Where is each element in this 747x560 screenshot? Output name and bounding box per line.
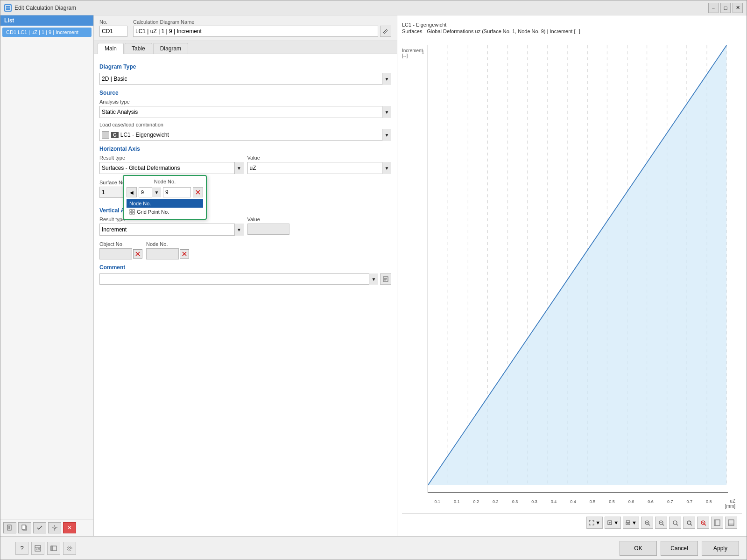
chart-view-btn1[interactable] bbox=[711, 517, 723, 529]
y-tick-1: 1 bbox=[422, 50, 424, 55]
name-block: Calculation Diagram Name bbox=[133, 19, 391, 37]
diagram-type-select-wrapper: 2D | Basic ▼ bbox=[99, 73, 391, 85]
bottom-left: ? 0.0 bbox=[8, 542, 616, 555]
no-label: No. bbox=[99, 19, 127, 25]
comment-input[interactable] bbox=[99, 273, 378, 285]
chart-title1: LC1 - Eigengewicht bbox=[402, 22, 742, 28]
h-value-select[interactable]: uZ bbox=[247, 162, 392, 174]
help-btn[interactable]: ? bbox=[15, 542, 28, 555]
bottom-bar: ? 0.0 OK Cancel Apply bbox=[0, 536, 747, 560]
svg-rect-64 bbox=[688, 521, 691, 524]
zoom-select-btn[interactable] bbox=[683, 517, 695, 529]
v-node-no-input-group bbox=[146, 248, 189, 259]
object-no-label: Object No. bbox=[99, 241, 142, 247]
svg-point-60 bbox=[673, 521, 677, 525]
svg-point-78 bbox=[67, 546, 72, 551]
svg-rect-51 bbox=[627, 520, 629, 522]
lc-color-swatch bbox=[102, 131, 109, 139]
comment-input-row: ▼ bbox=[99, 273, 391, 285]
object-no-input bbox=[99, 248, 132, 259]
window-title: Edit Calculation Diagram bbox=[14, 5, 705, 11]
node-popup-input-row: ◀ 9 ▼ bbox=[127, 187, 203, 197]
main-window: Edit Calculation Diagram − □ ✕ List CD1 … bbox=[0, 0, 747, 560]
calculator-btn[interactable]: 0.0 bbox=[31, 542, 44, 555]
maximize-button[interactable]: □ bbox=[720, 3, 731, 13]
v-value-row: Value bbox=[247, 217, 392, 236]
chart-fit-btn[interactable]: ▼ bbox=[605, 517, 621, 529]
svg-rect-7 bbox=[22, 525, 26, 529]
diagram-type-label: Diagram Type bbox=[99, 63, 391, 70]
lc-badge: G bbox=[111, 132, 119, 138]
no-input[interactable] bbox=[99, 26, 127, 37]
grid-point-no-option[interactable]: Grid Point No. bbox=[127, 208, 203, 216]
object-no-input-group bbox=[99, 248, 142, 259]
analysis-type-select[interactable]: Static Analysis bbox=[99, 106, 391, 118]
new-btn[interactable] bbox=[3, 522, 16, 533]
copy-btn[interactable] bbox=[18, 522, 31, 533]
analysis-type-row: Analysis type Static Analysis ▼ bbox=[99, 99, 391, 118]
tab-main[interactable]: Main bbox=[98, 43, 124, 54]
node-popup-select[interactable]: 9 bbox=[139, 187, 161, 197]
tab-diagram[interactable]: Diagram bbox=[153, 43, 188, 54]
svg-line-54 bbox=[648, 524, 650, 525]
cancel-button[interactable]: Cancel bbox=[661, 541, 698, 556]
v-node-no-block: Node No. bbox=[146, 241, 189, 259]
close-button[interactable]: ✕ bbox=[733, 3, 743, 13]
name-input[interactable] bbox=[133, 26, 378, 37]
list-item[interactable]: CD1 LC1 | uZ | 1 | 9 | Increment bbox=[2, 28, 92, 37]
chart-expand-btn[interactable]: ▼ bbox=[586, 517, 603, 529]
h-axis-type-row: Result type Surfaces - Global Deformatio… bbox=[99, 155, 391, 178]
delete-btn[interactable]: ✕ bbox=[63, 522, 76, 533]
lc-value: LC1 - Eigengewicht bbox=[120, 132, 169, 138]
v-result-type-select[interactable]: Increment bbox=[99, 224, 244, 236]
svg-line-58 bbox=[662, 524, 664, 525]
tab-table[interactable]: Table bbox=[125, 43, 152, 54]
node-popup-header: Node No. bbox=[127, 179, 203, 184]
comment-section: Comment ▼ bbox=[99, 264, 391, 289]
source-label: Source bbox=[99, 90, 391, 96]
node-popup-back-btn[interactable]: ◀ bbox=[127, 187, 137, 197]
h-result-type-row: Result type Surfaces - Global Deformatio… bbox=[99, 155, 244, 174]
lc-label: Load case/load combination bbox=[99, 122, 391, 127]
chart-print-btn[interactable]: ▼ bbox=[623, 517, 639, 529]
object-no-block: Object No. bbox=[99, 241, 142, 259]
h-value-wrapper: uZ ▼ bbox=[247, 162, 392, 174]
zoom-in-btn[interactable] bbox=[641, 517, 653, 529]
name-row bbox=[133, 26, 391, 37]
chart-container: Increment [--] 1 bbox=[402, 39, 742, 513]
zoom-out-btn[interactable] bbox=[655, 517, 667, 529]
node-popup-select-wrapper: 9 ▼ bbox=[139, 187, 161, 197]
apply-button[interactable]: Apply bbox=[702, 541, 739, 556]
h-value-row: Value uZ ▼ bbox=[247, 155, 392, 174]
h-result-type-select[interactable]: Surfaces - Global Deformations bbox=[99, 162, 244, 174]
no-block: No. bbox=[99, 19, 127, 37]
object-no-clear-btn[interactable] bbox=[133, 249, 142, 259]
node-popup-clear-btn[interactable] bbox=[193, 187, 203, 197]
svg-line-13 bbox=[386, 30, 387, 31]
main-content: List CD1 LC1 | uZ | 1 | 9 | Increment ✕ bbox=[0, 15, 747, 536]
node-no-option[interactable]: Node No. bbox=[127, 199, 203, 208]
v-node-no-clear-btn[interactable] bbox=[180, 249, 189, 259]
comment-edit-btn[interactable] bbox=[380, 273, 391, 285]
check-btn[interactable] bbox=[33, 522, 46, 533]
list-header: List bbox=[0, 15, 93, 26]
chart-view-btn2[interactable] bbox=[725, 517, 737, 529]
edit-name-btn[interactable] bbox=[380, 26, 391, 37]
tools-btn[interactable] bbox=[48, 522, 61, 533]
zoom-fit-btn[interactable] bbox=[669, 517, 681, 529]
zoom-reset-btn[interactable] bbox=[697, 517, 709, 529]
v-value-label: Value bbox=[247, 217, 392, 222]
node-popup-input[interactable] bbox=[163, 187, 191, 197]
svg-point-77 bbox=[69, 547, 70, 549]
name-label: Calculation Diagram Name bbox=[133, 19, 391, 25]
diagram-type-select[interactable]: 2D | Basic bbox=[99, 73, 391, 85]
chart-title-area: LC1 - Eigengewicht Surfaces - Global Def… bbox=[402, 20, 742, 39]
ok-button[interactable]: OK bbox=[620, 541, 657, 556]
settings-btn[interactable] bbox=[63, 542, 76, 555]
x-tick-labels: 0.10.10.20.20.30.30.40.40.50.50.60.60.70… bbox=[428, 499, 719, 504]
minimize-button[interactable]: − bbox=[708, 3, 719, 13]
grid-point-no-label: Grid Point No. bbox=[137, 209, 169, 215]
comment-wrapper: ▼ bbox=[99, 273, 378, 285]
comment-label: Comment bbox=[99, 264, 391, 271]
view-btn[interactable] bbox=[47, 542, 60, 555]
